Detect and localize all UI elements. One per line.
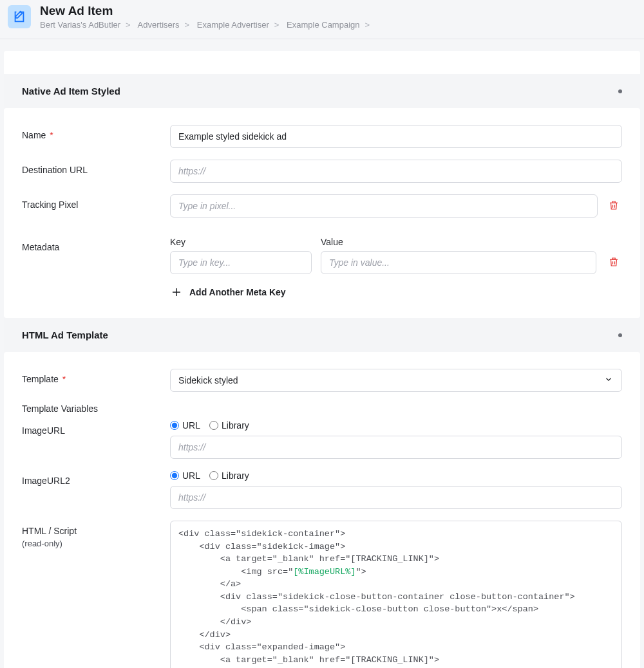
collapse-indicator-icon — [618, 333, 622, 337]
breadcrumb-item[interactable]: Example Campaign — [287, 20, 359, 30]
delete-pixel-button[interactable] — [605, 197, 622, 216]
imageurl2-input[interactable] — [170, 486, 622, 509]
collapse-indicator-icon — [618, 89, 622, 93]
breadcrumb-item[interactable]: Advertisers — [138, 20, 180, 30]
card-top-gap — [4, 51, 640, 74]
label-metadata: Metadata — [22, 237, 170, 252]
label-imageurl2: ImageURL2 — [22, 470, 170, 486]
breadcrumb: Bert Varias's AdButler> Advertisers> Exa… — [40, 20, 375, 30]
section-body-native: Name * Destination URL Tracking Pixel Me… — [4, 108, 640, 318]
breadcrumb-item[interactable]: Bert Varias's AdButler — [40, 20, 120, 30]
section-body-html-template: Template * Template Variables ImageURL U… — [4, 352, 640, 668]
meta-key-header: Key — [170, 237, 312, 247]
label-html-script: HTML / Script (read-only) — [22, 521, 170, 548]
section-header-native[interactable]: Native Ad Item Styled — [4, 74, 640, 108]
meta-value-input[interactable] — [321, 251, 596, 274]
page-header: New Ad Item Bert Varias's AdButler> Adve… — [0, 0, 644, 39]
label-imageurl: ImageURL — [22, 420, 170, 436]
add-meta-label: Add Another Meta Key — [189, 287, 286, 297]
edit-icon — [8, 5, 31, 28]
destination-url-input[interactable] — [170, 160, 622, 183]
imageurl2-radio-library[interactable]: Library — [209, 470, 249, 481]
plus-icon — [170, 286, 183, 299]
page-title: New Ad Item — [40, 4, 375, 18]
imageurl2-radio-url[interactable]: URL — [170, 470, 200, 481]
template-variables-heading: Template Variables — [22, 404, 622, 414]
html-script-readonly: <div class="sidekick-container"> <div cl… — [170, 521, 622, 668]
imageurl-input[interactable] — [170, 436, 622, 459]
imageurl-radio-library[interactable]: Library — [209, 420, 249, 431]
label-template: Template * — [22, 369, 170, 384]
template-select[interactable] — [170, 369, 622, 392]
section-title: Native Ad Item Styled — [22, 86, 120, 97]
trash-icon — [608, 199, 620, 211]
meta-key-input[interactable] — [170, 251, 312, 274]
tracking-pixel-input[interactable] — [170, 194, 598, 218]
trash-icon — [608, 256, 620, 268]
add-meta-button[interactable]: Add Another Meta Key — [170, 286, 622, 299]
label-destination-url: Destination URL — [22, 160, 170, 175]
section-header-html-template[interactable]: HTML Ad Template — [4, 318, 640, 352]
label-tracking-pixel: Tracking Pixel — [22, 194, 170, 210]
label-name: Name * — [22, 125, 170, 140]
breadcrumb-item[interactable]: Example Advertiser — [197, 20, 269, 30]
meta-value-header: Value — [321, 237, 598, 247]
delete-meta-button[interactable] — [605, 254, 622, 272]
name-input[interactable] — [170, 125, 622, 148]
imageurl-radio-url[interactable]: URL — [170, 420, 200, 431]
section-title: HTML Ad Template — [22, 329, 108, 340]
